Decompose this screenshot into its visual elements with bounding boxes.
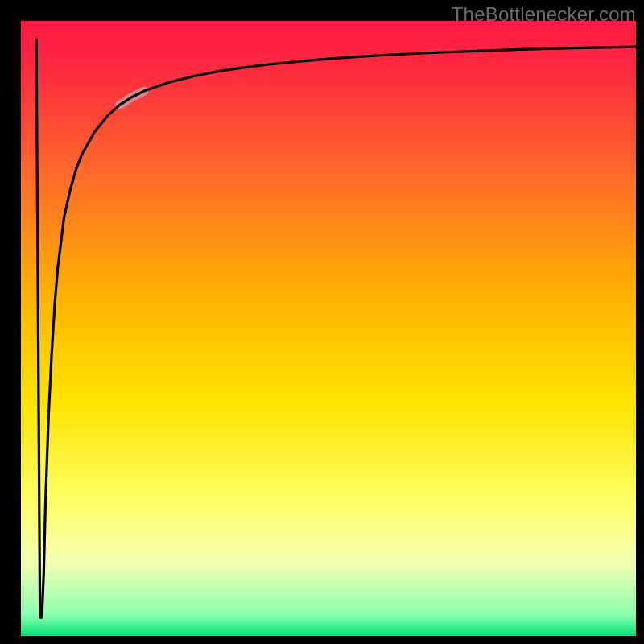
curve-layer [21,21,636,636]
plot-area [21,21,636,636]
bottleneck-curve [36,39,636,617]
chart-stage: TheBottlenecker.com [0,0,644,644]
